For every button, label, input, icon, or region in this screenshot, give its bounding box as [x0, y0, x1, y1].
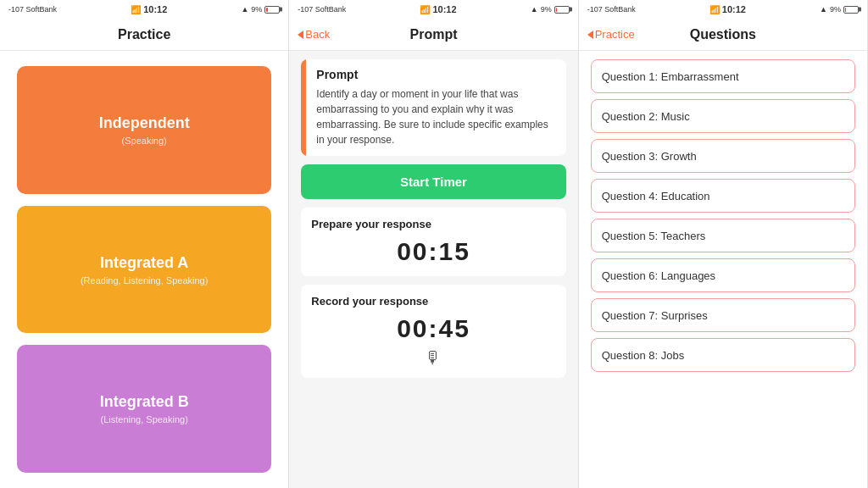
battery-3	[843, 6, 859, 14]
nav-title-practice: Practice	[118, 27, 170, 42]
prompt-card-body: Prompt Identify a day or moment in your …	[306, 59, 565, 156]
card-independent-subtitle: (Speaking)	[122, 136, 167, 146]
status-bar-1: -107 SoftBank 📶 10:12 ▲ 9%	[0, 0, 288, 19]
question-text-2: Question 2: Music	[602, 110, 690, 123]
wifi-icon-3: 📶	[709, 5, 720, 14]
question-text-5: Question 5: Teachers	[602, 230, 706, 242]
back-button-prompt[interactable]: Back	[298, 28, 330, 41]
nav-title-prompt: Prompt	[409, 27, 457, 42]
time-3: 10:12	[722, 4, 746, 14]
prompt-card-title: Prompt	[316, 68, 555, 81]
question-item-2[interactable]: Question 2: Music	[591, 99, 855, 133]
panel-practice: -107 SoftBank 📶 10:12 ▲ 9% Practice Inde…	[0, 0, 289, 488]
question-text-3: Question 3: Growth	[602, 150, 697, 163]
chevron-left-icon	[298, 30, 303, 39]
prepare-title: Prepare your response	[311, 218, 555, 230]
icons-1: ▲ 9%	[241, 5, 280, 14]
question-text-6: Question 6: Languages	[602, 269, 715, 282]
questions-list: Question 1: EmbarrassmentQuestion 2: Mus…	[579, 51, 867, 488]
icons-3: ▲ 9%	[820, 5, 859, 14]
prompt-card: Prompt Identify a day or moment in your …	[301, 59, 565, 156]
battery-pct-1: 9%	[251, 5, 262, 14]
prompt-card-text: Identify a day or moment in your life th…	[316, 86, 555, 147]
question-item-7[interactable]: Question 7: Surprises	[591, 298, 855, 332]
question-text-8: Question 8: Jobs	[602, 349, 685, 362]
carrier-3: -107 SoftBank	[587, 5, 636, 14]
panel-prompt: -107 SoftBank 📶 10:12 ▲ 9% Back Prompt P…	[289, 0, 578, 488]
start-timer-button[interactable]: Start Timer	[301, 164, 565, 199]
nav-title-questions: Questions	[690, 27, 756, 42]
wifi-icon-1: 📶	[131, 5, 141, 14]
card-integrated-a-subtitle: (Reading, Listening, Speaking)	[81, 275, 208, 286]
question-item-6[interactable]: Question 6: Languages	[591, 258, 855, 292]
question-item-4[interactable]: Question 4: Education	[591, 179, 855, 213]
nav-bar-prompt: Back Prompt	[289, 19, 577, 51]
card-integrated-b-subtitle: (Listening, Speaking)	[100, 414, 187, 424]
question-text-4: Question 4: Education	[602, 190, 710, 202]
record-time: 00:45	[311, 314, 555, 343]
card-integrated-a-title: Integrated A	[100, 254, 188, 272]
carrier-1: -107 SoftBank	[8, 5, 57, 14]
card-independent-title: Independent	[99, 114, 190, 132]
back-label-prompt: Back	[305, 28, 330, 41]
back-button-questions[interactable]: Practice	[587, 28, 635, 41]
nav-bar-questions: Practice Questions	[579, 19, 867, 51]
battery-2	[554, 6, 570, 14]
prompt-content: Prompt Identify a day or moment in your …	[289, 51, 577, 488]
battery-1	[264, 6, 280, 14]
back-label-questions: Practice	[595, 28, 635, 41]
card-independent[interactable]: Independent (Speaking)	[17, 66, 271, 194]
practice-content: Independent (Speaking) Integrated A (Rea…	[0, 51, 288, 488]
question-item-8[interactable]: Question 8: Jobs	[591, 338, 855, 372]
prepare-time: 00:15	[311, 237, 555, 266]
question-text-1: Question 1: Embarrassment	[602, 70, 739, 83]
wifi-icon-2: 📶	[420, 5, 430, 14]
battery-pct-2: 9%	[541, 5, 552, 14]
icons-2: ▲ 9%	[531, 5, 570, 14]
question-text-7: Question 7: Surprises	[602, 309, 708, 322]
question-item-1[interactable]: Question 1: Embarrassment	[591, 59, 855, 93]
card-integrated-a[interactable]: Integrated A (Reading, Listening, Speaki…	[17, 206, 271, 334]
battery-pct-3: 9%	[830, 5, 841, 14]
chevron-left-icon-q	[587, 30, 593, 39]
card-integrated-b-title: Integrated B	[100, 393, 189, 411]
carrier-2: -107 SoftBank	[298, 5, 346, 14]
question-item-3[interactable]: Question 3: Growth	[591, 139, 855, 173]
mic-icon: 🎙	[311, 348, 555, 368]
record-title: Record your response	[311, 295, 555, 308]
location-icon-1: ▲	[241, 5, 248, 14]
status-bar-3: -107 SoftBank 📶 10:12 ▲ 9%	[579, 0, 867, 19]
time-1: 10:12	[143, 4, 167, 14]
record-section: Record your response 00:45 🎙	[301, 285, 565, 378]
time-2: 10:12	[432, 4, 456, 14]
panel-questions: -107 SoftBank 📶 10:12 ▲ 9% Practice Ques…	[579, 0, 868, 488]
status-bar-2: -107 SoftBank 📶 10:12 ▲ 9%	[289, 0, 577, 19]
location-icon-3: ▲	[820, 5, 827, 14]
question-item-5[interactable]: Question 5: Teachers	[591, 219, 855, 252]
card-integrated-b[interactable]: Integrated B (Listening, Speaking)	[17, 345, 271, 473]
prepare-section: Prepare your response 00:15	[301, 208, 565, 276]
nav-bar-practice: Practice	[0, 19, 288, 51]
location-icon-2: ▲	[531, 5, 538, 14]
